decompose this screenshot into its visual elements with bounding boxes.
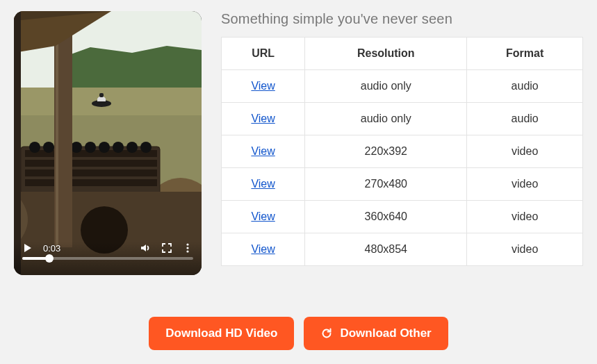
download-hd-button[interactable]: Download HD Video [149,317,294,350]
play-icon[interactable] [22,242,33,254]
table-row: View audio only audio [222,70,583,103]
download-other-button[interactable]: Download Other [304,317,448,350]
cell-resolution: audio only [305,103,467,135]
col-resolution: Resolution [305,38,467,70]
svg-point-15 [71,142,82,153]
svg-point-12 [29,142,40,153]
table-row: View 220x392 video [222,135,583,168]
cell-resolution: 360x640 [305,201,467,233]
cell-resolution: 270x480 [305,168,467,201]
svg-point-31 [186,250,188,252]
video-player[interactable]: 0:03 [14,11,202,275]
cell-format: video [467,168,583,201]
svg-rect-27 [14,11,21,275]
svg-rect-6 [99,93,104,97]
col-url: URL [222,38,305,70]
table-row: View 480x854 video [222,233,583,266]
results-panel: Something simple you've never seen URL R… [221,11,583,266]
svg-marker-28 [24,244,31,252]
table-row: View audio only audio [222,103,583,135]
table-row: View 360x640 video [222,201,583,233]
col-format: Format [467,38,583,70]
cell-format: audio [467,103,583,135]
video-seek-slider[interactable] [22,257,193,260]
view-link[interactable]: View [251,145,275,157]
svg-point-13 [43,142,54,153]
formats-table: URL Resolution Format View audio only au… [221,37,583,266]
view-link[interactable]: View [251,113,275,124]
cell-format: audio [467,70,583,103]
cell-resolution: 480x854 [305,233,467,266]
svg-point-20 [140,142,152,153]
volume-icon[interactable] [139,242,152,254]
cell-format: video [467,135,583,168]
video-current-time: 0:03 [43,243,60,254]
svg-rect-11 [25,179,157,186]
svg-point-17 [99,142,110,153]
formats-tbody: View audio only audio View audio only au… [222,70,583,266]
fullscreen-icon[interactable] [161,242,172,254]
page-root: 0:03 [0,0,597,364]
cell-format: video [467,201,583,233]
download-other-label: Download Other [340,326,431,340]
video-frame [14,11,202,275]
cell-resolution: audio only [305,70,467,103]
svg-point-19 [126,142,138,153]
svg-rect-10 [25,169,157,176]
controls-row: 0:03 [22,242,193,254]
svg-point-30 [186,247,188,249]
svg-point-18 [113,142,124,153]
svg-rect-24 [56,11,58,247]
action-buttons: Download HD Video Download Other [14,317,583,350]
video-title: Something simple you've never seen [221,11,583,27]
view-link[interactable]: View [251,243,275,255]
video-controls: 0:03 [14,242,202,275]
svg-marker-2 [56,46,202,91]
table-row: View 270x480 video [222,168,583,201]
svg-point-29 [186,243,188,245]
top-section: 0:03 [14,11,583,297]
seek-knob[interactable] [45,254,54,263]
view-link[interactable]: View [251,80,275,92]
cell-resolution: 220x392 [305,135,467,168]
refresh-icon [320,327,333,340]
more-icon[interactable] [182,242,193,254]
svg-point-16 [85,142,96,153]
view-link[interactable]: View [251,210,275,222]
view-link[interactable]: View [251,178,275,190]
download-hd-label: Download HD Video [165,326,277,340]
cell-format: video [467,233,583,266]
svg-rect-9 [25,160,157,167]
